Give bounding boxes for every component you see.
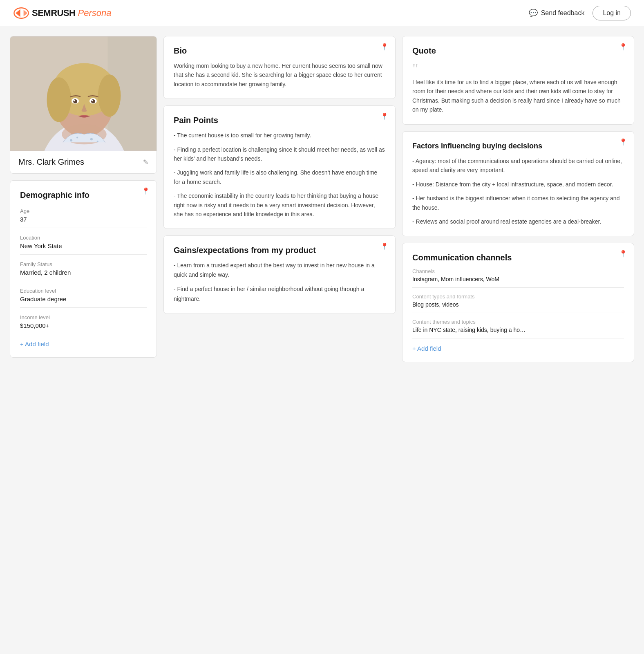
gains-item-1: - Find a perfect house in her / similar … bbox=[174, 284, 385, 303]
quote-pin-icon: 📍 bbox=[619, 43, 627, 51]
svg-point-14 bbox=[91, 99, 95, 103]
login-button[interactable]: Log in bbox=[593, 6, 631, 20]
education-field: Education level Graduate degree bbox=[20, 288, 147, 308]
income-label: Income level bbox=[20, 314, 147, 320]
svg-point-18 bbox=[70, 139, 72, 141]
main-content: Mrs. Clark Grimes ✎ 📍 Demographic info A… bbox=[0, 26, 644, 372]
left-column: Mrs. Clark Grimes ✎ 📍 Demographic info A… bbox=[10, 36, 157, 358]
channels-label: Channels bbox=[412, 268, 624, 274]
pain-points-title: Pain Points bbox=[174, 116, 385, 125]
svg-marker-1 bbox=[16, 9, 20, 17]
header: SEMRUSH Persona 💬 Send feedback Log in bbox=[0, 0, 644, 26]
pain-points-card: 📍 Pain Points - The current house is too… bbox=[163, 105, 396, 229]
profile-name: Mrs. Clark Grimes bbox=[18, 157, 84, 167]
location-value: New York State bbox=[20, 242, 147, 249]
header-right: 💬 Send feedback Log in bbox=[529, 6, 631, 20]
semrush-logo-icon bbox=[13, 7, 29, 20]
gains-title: Gains/expectations from my product bbox=[174, 246, 385, 255]
pain-point-item-0: - The current house is too small for her… bbox=[174, 131, 385, 140]
pain-points-text: - The current house is too small for her… bbox=[174, 131, 385, 219]
svg-point-13 bbox=[73, 99, 77, 103]
location-field: Location New York State bbox=[20, 235, 147, 255]
education-label: Education level bbox=[20, 288, 147, 294]
pain-point-item-3: - The economic instability in the countr… bbox=[174, 191, 385, 219]
svg-marker-2 bbox=[24, 10, 28, 16]
gains-pin-icon: 📍 bbox=[380, 242, 389, 250]
demographic-title: Demographic info bbox=[20, 190, 147, 200]
profile-photo bbox=[10, 36, 157, 151]
factors-pin-icon: 📍 bbox=[619, 138, 627, 146]
content-themes-label: Content themes and topics bbox=[412, 319, 624, 325]
bio-pin-icon: 📍 bbox=[380, 43, 389, 51]
gains-text: - Learn from a trusted expert about the … bbox=[174, 261, 385, 303]
content-themes-field: Content themes and topics Life in NYC st… bbox=[412, 319, 624, 338]
quote-card: 📍 Quote " I feel like it's time for us t… bbox=[402, 36, 634, 125]
gains-card: 📍 Gains/expectations from my product - L… bbox=[163, 235, 396, 314]
family-status-field: Family Status Married, 2 children bbox=[20, 261, 147, 281]
communication-card: 📍 Communication channels Channels Instag… bbox=[402, 243, 634, 362]
send-feedback-button[interactable]: 💬 Send feedback bbox=[529, 9, 585, 18]
logo-persona-text: Persona bbox=[78, 8, 112, 18]
svg-point-19 bbox=[76, 137, 78, 138]
communication-title: Communication channels bbox=[412, 253, 624, 262]
family-status-value: Married, 2 children bbox=[20, 269, 147, 276]
bio-title: Bio bbox=[174, 46, 385, 56]
factors-item-2: - Her husband is the biggest influencer … bbox=[412, 194, 624, 212]
quote-title: Quote bbox=[412, 46, 624, 56]
communication-pin-icon: 📍 bbox=[619, 250, 627, 258]
factors-card: 📍 Factors influencing buying decisions -… bbox=[402, 131, 634, 237]
pain-point-item-1: - Finding a perfect location is challeng… bbox=[174, 145, 385, 164]
factors-item-3: - Reviews and social proof around real e… bbox=[412, 217, 624, 226]
gains-item-0: - Learn from a trusted expert about the … bbox=[174, 261, 385, 280]
location-label: Location bbox=[20, 235, 147, 241]
svg-point-9 bbox=[47, 77, 72, 122]
edit-icon[interactable]: ✎ bbox=[143, 158, 148, 166]
content-types-label: Content types and formats bbox=[412, 293, 624, 300]
age-label: Age bbox=[20, 208, 147, 214]
content-grid: Mrs. Clark Grimes ✎ 📍 Demographic info A… bbox=[10, 36, 634, 362]
right-column: 📍 Quote " I feel like it's time for us t… bbox=[402, 36, 634, 362]
age-field: Age 37 bbox=[20, 208, 147, 228]
profile-image-container bbox=[10, 36, 157, 151]
demographic-card: 📍 Demographic info Age 37 Location New Y… bbox=[10, 180, 157, 358]
svg-point-16 bbox=[92, 100, 93, 101]
bio-card: 📍 Bio Working mom looking to buy a new h… bbox=[163, 36, 396, 99]
age-value: 37 bbox=[20, 216, 147, 223]
factors-text: - Agency: most of the communications and… bbox=[412, 157, 624, 226]
factors-item-1: - House: Distance from the city + local … bbox=[412, 180, 624, 189]
quote-mark: " bbox=[412, 61, 624, 76]
profile-card: Mrs. Clark Grimes ✎ bbox=[10, 36, 157, 174]
factors-title: Factors influencing buying decisions bbox=[412, 141, 624, 151]
svg-point-21 bbox=[97, 141, 98, 142]
middle-column: 📍 Bio Working mom looking to buy a new h… bbox=[163, 36, 396, 314]
content-types-value: Blog posts, videos bbox=[412, 301, 624, 308]
family-status-label: Family Status bbox=[20, 261, 147, 267]
content-types-field: Content types and formats Blog posts, vi… bbox=[412, 293, 624, 313]
logo: SEMRUSH Persona bbox=[13, 7, 111, 20]
content-themes-value: Life in NYC state, raising kids, buying … bbox=[412, 327, 624, 333]
profile-name-row: Mrs. Clark Grimes ✎ bbox=[10, 151, 157, 173]
add-field-button[interactable]: + Add field bbox=[20, 340, 49, 347]
quote-text: I feel like it's time for us to find a b… bbox=[412, 78, 624, 114]
chat-icon: 💬 bbox=[529, 9, 538, 18]
pain-point-item-2: - Juggling work and family life is also … bbox=[174, 168, 385, 186]
channels-field: Channels Instagram, Mom influencers, WoM bbox=[412, 268, 624, 288]
pain-points-pin-icon: 📍 bbox=[380, 112, 389, 120]
bio-text: Working mom looking to buy a new home. H… bbox=[174, 61, 385, 89]
income-field: Income level $150,000+ bbox=[20, 314, 147, 334]
logo-semrush-text: SEMRUSH bbox=[32, 8, 76, 18]
svg-point-10 bbox=[98, 74, 121, 116]
income-value: $150,000+ bbox=[20, 322, 147, 329]
svg-point-20 bbox=[90, 138, 93, 140]
send-feedback-label: Send feedback bbox=[541, 9, 585, 17]
factors-item-0: - Agency: most of the communications and… bbox=[412, 157, 624, 175]
communication-add-field-button[interactable]: + Add field bbox=[412, 345, 441, 352]
svg-point-15 bbox=[74, 100, 75, 101]
channels-value: Instagram, Mom influencers, WoM bbox=[412, 276, 624, 282]
education-value: Graduate degree bbox=[20, 296, 147, 302]
pin-icon: 📍 bbox=[142, 187, 150, 195]
